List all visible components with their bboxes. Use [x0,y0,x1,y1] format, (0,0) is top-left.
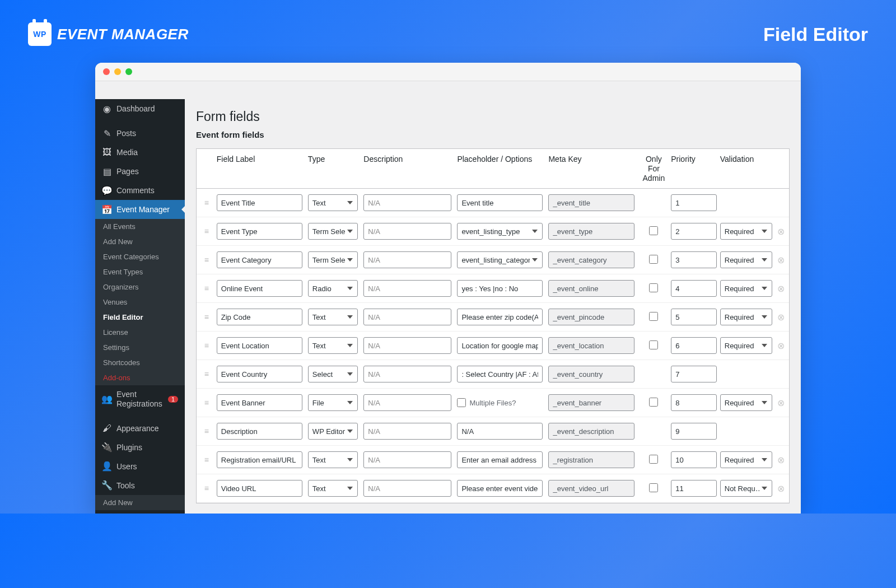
description-input[interactable] [363,394,451,411]
delete-icon[interactable]: ⊗ [777,227,785,236]
type-select[interactable]: Text [308,451,358,468]
field-label-input[interactable] [217,480,302,497]
placeholder-input[interactable] [457,480,543,497]
sidebar-sub-addons[interactable]: Add-ons [95,370,185,385]
sidebar-sub-organizers[interactable]: Organizers [95,279,185,295]
sidebar-sub-settings[interactable]: Settings [95,340,185,355]
placeholder-input[interactable] [457,194,543,211]
description-input[interactable] [363,309,451,325]
drag-handle-icon[interactable]: ≡ [197,455,217,464]
sidebar-item-appearance[interactable]: 🖌Appearance [95,419,185,438]
field-label-input[interactable] [217,251,302,268]
field-label-input[interactable] [217,280,302,297]
priority-input[interactable] [671,394,717,411]
validation-select[interactable]: Required [720,223,772,240]
delete-icon[interactable]: ⊗ [777,398,785,408]
admin-only-checkbox[interactable] [649,283,658,292]
priority-input[interactable] [671,251,717,268]
field-label-input[interactable] [217,309,302,325]
drag-handle-icon[interactable]: ≡ [197,227,217,236]
delete-icon[interactable]: ⊗ [777,284,785,293]
sidebar-sub-types[interactable]: Event Types [95,264,185,279]
priority-input[interactable] [671,451,717,468]
type-select[interactable]: Text [308,309,358,325]
sidebar-item-event-registrations[interactable]: 👥Event Registrations1 [95,385,185,413]
placeholder-input[interactable] [457,451,543,468]
admin-only-checkbox[interactable] [649,398,658,407]
placeholder-select[interactable]: event_listing_type [457,223,543,240]
sidebar-sub-add-new-2[interactable]: Add New [95,495,185,510]
sidebar-sub-field-editor[interactable]: Field Editor [95,310,185,325]
description-input[interactable] [363,366,451,382]
drag-handle-icon[interactable]: ≡ [197,427,217,436]
description-input[interactable] [363,251,451,268]
delete-icon[interactable]: ⊗ [777,341,785,351]
type-select[interactable]: WP Editor [308,423,358,440]
close-window-icon[interactable] [103,68,110,75]
field-label-input[interactable] [217,451,302,468]
priority-input[interactable] [671,223,717,240]
delete-icon[interactable]: ⊗ [777,255,785,265]
sidebar-item-tools[interactable]: 🔧Tools [95,476,185,495]
validation-select[interactable]: Required [720,309,772,325]
field-label-input[interactable] [217,423,302,440]
sidebar-item-event-manager[interactable]: 📅Event Manager [95,200,185,219]
priority-input[interactable] [671,366,717,382]
description-input[interactable] [363,194,451,211]
admin-only-checkbox[interactable] [649,483,658,492]
type-select[interactable]: Text [308,480,358,497]
sidebar-item-users[interactable]: 👤Users [95,457,185,476]
type-select[interactable]: Text [308,194,358,211]
sidebar-sub-venues[interactable]: Venues [95,295,185,310]
drag-handle-icon[interactable]: ≡ [197,370,217,379]
admin-only-checkbox[interactable] [649,226,658,235]
field-label-input[interactable] [217,366,302,382]
minimize-window-icon[interactable] [114,68,121,75]
drag-handle-icon[interactable]: ≡ [197,398,217,407]
description-input[interactable] [363,337,451,354]
priority-input[interactable] [671,280,717,297]
description-input[interactable] [363,223,451,240]
drag-handle-icon[interactable]: ≡ [197,255,217,264]
type-select[interactable]: Select [308,366,358,382]
drag-handle-icon[interactable]: ≡ [197,484,217,493]
validation-select[interactable]: Required [720,451,772,468]
placeholder-input[interactable] [457,337,543,354]
delete-icon[interactable]: ⊗ [777,455,785,465]
validation-select[interactable]: Not Requ… [720,480,772,497]
sidebar-item-comments[interactable]: 💬Comments [95,181,185,200]
sidebar-item-media[interactable]: 🖼Media [95,143,185,162]
validation-select[interactable]: Required [720,394,772,411]
sidebar-sub-shortcodes[interactable]: Shortcodes [95,355,185,370]
sidebar-item-posts[interactable]: ✎Posts [95,124,185,143]
priority-input[interactable] [671,194,717,211]
maximize-window-icon[interactable] [125,68,132,75]
type-select[interactable]: Term Select [308,251,358,268]
field-label-input[interactable] [217,194,302,211]
validation-select[interactable]: Required [720,251,772,268]
description-input[interactable] [363,280,451,297]
field-label-input[interactable] [217,394,302,411]
field-label-input[interactable] [217,223,302,240]
description-input[interactable] [363,423,451,440]
type-select[interactable]: File [308,394,358,411]
sidebar-sub-categories[interactable]: Event Categories [95,249,185,264]
sidebar-item-dashboard[interactable]: ◉Dashboard [95,99,185,118]
sidebar-sub-all-events[interactable]: All Events [95,219,185,234]
placeholder-input[interactable] [457,309,543,325]
drag-handle-icon[interactable]: ≡ [197,198,217,207]
validation-select[interactable]: Required [720,280,772,297]
sidebar-sub-add-new[interactable]: Add New [95,234,185,249]
admin-only-checkbox[interactable] [649,340,658,349]
admin-only-checkbox[interactable] [649,312,658,321]
drag-handle-icon[interactable]: ≡ [197,312,217,321]
drag-handle-icon[interactable]: ≡ [197,341,217,350]
description-input[interactable] [363,451,451,468]
priority-input[interactable] [671,309,717,325]
priority-input[interactable] [671,337,717,354]
multiple-files-checkbox[interactable]: Multiple Files? [457,398,543,407]
sidebar-item-plugins[interactable]: 🔌Plugins [95,438,185,457]
placeholder-select[interactable]: event_listing_category [457,251,543,268]
priority-input[interactable] [671,423,717,440]
field-label-input[interactable] [217,337,302,354]
